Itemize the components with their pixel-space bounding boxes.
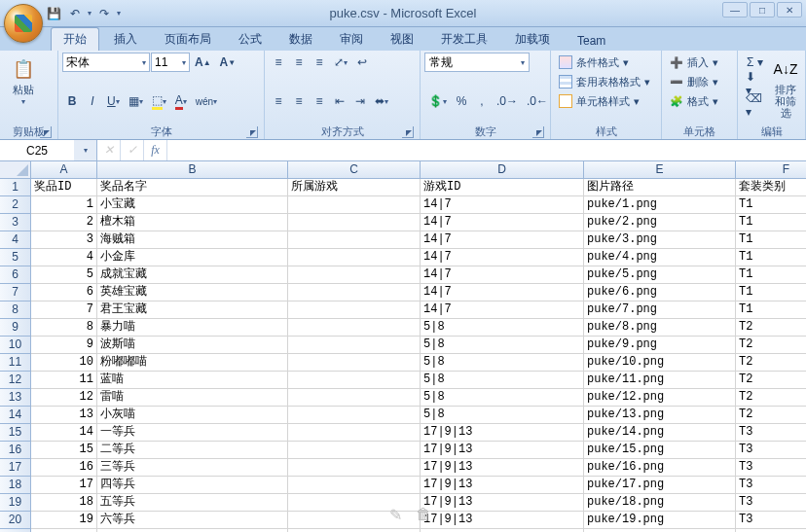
- cell-C13[interactable]: [288, 389, 421, 407]
- tab-视图[interactable]: 视图: [378, 27, 426, 51]
- row-header-14[interactable]: 14: [0, 407, 31, 424]
- align-bottom-button[interactable]: ≡: [310, 53, 329, 72]
- cell-A19[interactable]: 18: [31, 494, 97, 512]
- row-header-5[interactable]: 5: [0, 249, 31, 266]
- tab-Team[interactable]: Team: [565, 30, 618, 51]
- row-header-19[interactable]: 19: [0, 494, 31, 512]
- cell-A11[interactable]: 10: [31, 354, 97, 372]
- column-header-A[interactable]: A: [31, 161, 97, 179]
- cell-A5[interactable]: 4: [31, 249, 97, 266]
- cell-E8[interactable]: puke/7.png: [584, 301, 736, 319]
- row-header-20[interactable]: 20: [0, 512, 31, 529]
- decrease-decimal-button[interactable]: .0←: [523, 91, 552, 111]
- office-button[interactable]: [4, 4, 43, 43]
- font-name-select[interactable]: 宋体▾: [62, 53, 150, 72]
- currency-button[interactable]: 💲▾: [424, 91, 451, 111]
- increase-decimal-button[interactable]: .0→: [493, 91, 522, 111]
- insert-function-button[interactable]: fx: [144, 140, 167, 160]
- number-dialog-launcher[interactable]: [532, 126, 544, 138]
- cell-E12[interactable]: puke/11.png: [584, 372, 736, 389]
- cell-E2[interactable]: puke/1.png: [584, 196, 736, 214]
- cell-A20[interactable]: 19: [31, 512, 97, 529]
- cell-D15[interactable]: 17|9|13: [421, 424, 584, 442]
- tab-公式[interactable]: 公式: [226, 27, 275, 51]
- cell-E5[interactable]: puke/4.png: [584, 249, 736, 266]
- italic-button[interactable]: I: [83, 91, 102, 111]
- tab-审阅[interactable]: 审阅: [327, 27, 376, 51]
- grow-font-button[interactable]: A▲: [191, 53, 215, 72]
- cell-B10[interactable]: 波斯喵: [97, 337, 288, 354]
- row-header-7[interactable]: 7: [0, 284, 31, 301]
- paste-button[interactable]: 📋 粘贴 ▾: [4, 53, 43, 110]
- cell-A2[interactable]: 1: [31, 196, 97, 214]
- sort-filter-button[interactable]: A↓Z 排序和筛选: [770, 53, 801, 123]
- cell-F16[interactable]: T3: [736, 442, 806, 459]
- cell-A14[interactable]: 13: [31, 407, 97, 424]
- cell-C20[interactable]: [288, 512, 421, 529]
- column-header-F[interactable]: F: [736, 161, 806, 179]
- row-header-8[interactable]: 8: [0, 301, 31, 319]
- cell-E17[interactable]: puke/16.png: [584, 459, 736, 477]
- cell-F10[interactable]: T2: [736, 337, 806, 354]
- maximize-button[interactable]: □: [750, 2, 775, 18]
- font-dialog-launcher[interactable]: [246, 126, 258, 138]
- tab-开发工具[interactable]: 开发工具: [428, 27, 500, 51]
- cell-C1[interactable]: 所属游戏: [288, 179, 421, 196]
- cell-E1[interactable]: 图片路径: [584, 179, 736, 196]
- format-as-table-button[interactable]: 套用表格格式 ▾: [555, 72, 654, 91]
- cell-C19[interactable]: [288, 494, 421, 512]
- cell-D5[interactable]: 14|7: [421, 249, 584, 266]
- font-size-select[interactable]: 11▾: [151, 53, 190, 72]
- increase-indent-button[interactable]: ⇥: [350, 91, 370, 111]
- clipboard-dialog-launcher[interactable]: [40, 126, 52, 138]
- tab-插入[interactable]: 插入: [101, 27, 150, 51]
- cell-F8[interactable]: T1: [736, 301, 806, 319]
- cell-B12[interactable]: 蓝喵: [97, 372, 288, 389]
- cell-F7[interactable]: T1: [736, 284, 806, 301]
- cell-D8[interactable]: 14|7: [421, 301, 584, 319]
- cell-D20[interactable]: 17|9|13: [421, 512, 584, 529]
- cell-C15[interactable]: [288, 424, 421, 442]
- cell-E9[interactable]: puke/8.png: [584, 319, 736, 337]
- alignment-dialog-launcher[interactable]: [402, 126, 414, 138]
- cell-B20[interactable]: 六等兵: [97, 512, 288, 529]
- cell-B5[interactable]: 小金库: [97, 249, 288, 266]
- cell-B8[interactable]: 君王宝藏: [97, 301, 288, 319]
- cell-B17[interactable]: 三等兵: [97, 459, 288, 477]
- cell-E15[interactable]: puke/14.png: [584, 424, 736, 442]
- redo-button[interactable]: ↷: [95, 5, 113, 22]
- undo-dropdown[interactable]: ▾: [88, 9, 92, 18]
- merge-button[interactable]: ⬌▾: [371, 91, 392, 111]
- fill-color-button[interactable]: ⬚▾: [148, 91, 170, 111]
- cell-F4[interactable]: T1: [736, 231, 806, 249]
- comma-button[interactable]: ,: [472, 91, 492, 111]
- cell-D18[interactable]: 17|9|13: [421, 477, 584, 494]
- cell-D10[interactable]: 5|8: [421, 337, 584, 354]
- align-center-button[interactable]: ≡: [289, 91, 309, 111]
- row-header-9[interactable]: 9: [0, 319, 31, 337]
- percent-button[interactable]: %: [452, 91, 471, 111]
- row-header-2[interactable]: 2: [0, 196, 31, 214]
- cell-E19[interactable]: puke/18.png: [584, 494, 736, 512]
- clear-button[interactable]: ⌫ ▾: [742, 95, 768, 115]
- select-all-corner[interactable]: [0, 161, 31, 179]
- cell-A13[interactable]: 12: [31, 389, 97, 407]
- cell-F15[interactable]: T3: [736, 424, 806, 442]
- column-header-B[interactable]: B: [97, 161, 288, 179]
- cell-A16[interactable]: 15: [31, 442, 97, 459]
- row-header-15[interactable]: 15: [0, 424, 31, 442]
- cell-E7[interactable]: puke/6.png: [584, 284, 736, 301]
- cell-E18[interactable]: puke/17.png: [584, 477, 736, 494]
- format-cells-button[interactable]: 🧩格式 ▾: [666, 91, 722, 111]
- cell-F3[interactable]: T1: [736, 214, 806, 231]
- column-header-E[interactable]: E: [584, 161, 736, 179]
- decrease-indent-button[interactable]: ⇤: [330, 91, 349, 111]
- row-header-4[interactable]: 4: [0, 231, 31, 249]
- cell-F14[interactable]: T2: [736, 407, 806, 424]
- cell-F11[interactable]: T2: [736, 354, 806, 372]
- orientation-button[interactable]: ⤢▾: [330, 53, 351, 72]
- cell-B11[interactable]: 粉嘟嘟喵: [97, 354, 288, 372]
- cell-C14[interactable]: [288, 407, 421, 424]
- align-right-button[interactable]: ≡: [310, 91, 329, 111]
- cell-D13[interactable]: 5|8: [421, 389, 584, 407]
